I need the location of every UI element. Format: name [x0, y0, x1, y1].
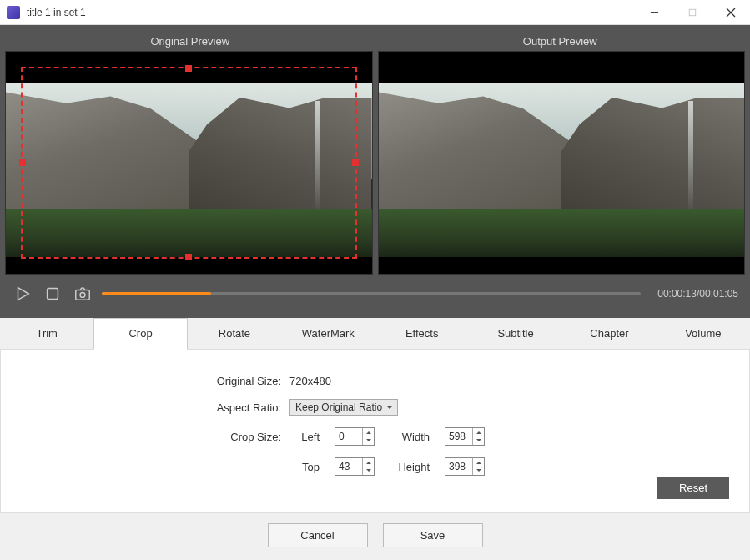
cancel-button[interactable]: Cancel: [268, 523, 368, 547]
tab-watermark[interactable]: WaterMark: [281, 318, 375, 349]
tab-crop[interactable]: Crop: [93, 318, 187, 350]
width-input[interactable]: 598: [445, 427, 485, 446]
snapshot-button[interactable]: [72, 283, 93, 305]
crop-handle-top[interactable]: [185, 65, 192, 72]
tab-volume[interactable]: Volume: [657, 318, 750, 349]
window-buttons: [635, 0, 750, 25]
tabs: Trim Crop Rotate WaterMark Effects Subti…: [0, 318, 750, 350]
output-preview-label: Output Preview: [375, 30, 746, 51]
svg-rect-1: [689, 9, 696, 16]
close-button[interactable]: [712, 0, 750, 25]
save-button[interactable]: Save: [383, 523, 483, 547]
reset-button[interactable]: Reset: [657, 477, 729, 499]
timecode: 00:00:13/00:01:05: [657, 288, 738, 300]
svg-point-7: [80, 292, 85, 297]
window-title: title 1 in set 1: [27, 7, 635, 18]
svg-rect-6: [76, 290, 90, 300]
tab-effects[interactable]: Effects: [375, 318, 469, 349]
svg-rect-5: [48, 289, 58, 300]
footer: Cancel Save: [0, 513, 750, 557]
output-preview: [378, 51, 746, 275]
timeline-progress: [102, 292, 211, 295]
maximize-button[interactable]: [673, 0, 712, 25]
tab-rotate[interactable]: Rotate: [188, 318, 281, 349]
top-input[interactable]: 43: [335, 457, 375, 476]
aspect-ratio-label: Aspect Ratio:: [14, 401, 289, 414]
video-frame: [379, 83, 745, 257]
left-spinner[interactable]: [362, 428, 374, 445]
preview-area: Original Preview Output Preview: [0, 25, 750, 318]
video-frame: [6, 83, 372, 257]
height-input[interactable]: 398: [445, 457, 485, 476]
tab-chapter[interactable]: Chapter: [562, 318, 656, 349]
original-size-label: Original Size:: [14, 375, 289, 387]
height-spinner[interactable]: [472, 458, 484, 475]
crop-panel: Original Size: 720x480 Aspect Ratio: Kee…: [0, 350, 750, 513]
timeline[interactable]: [102, 292, 641, 295]
top-spinner[interactable]: [362, 458, 374, 475]
original-preview-label: Original Preview: [5, 30, 375, 51]
minimize-button[interactable]: [635, 0, 673, 25]
tab-trim[interactable]: Trim: [0, 318, 93, 349]
titlebar: title 1 in set 1: [0, 0, 750, 25]
aspect-ratio-select[interactable]: Keep Original Ratio: [289, 399, 398, 416]
height-label: Height: [390, 461, 430, 473]
play-button[interactable]: [12, 283, 33, 305]
crop-size-label: Crop Size:: [14, 431, 289, 443]
stop-button[interactable]: [42, 283, 63, 305]
top-label: Top: [289, 461, 320, 473]
player-controls: 00:00:13/00:01:05: [5, 275, 745, 310]
svg-marker-4: [18, 288, 29, 300]
left-label: Left: [289, 431, 320, 443]
left-input[interactable]: 0: [335, 427, 375, 446]
original-size-value: 720x480: [289, 375, 331, 387]
tab-subtitle[interactable]: Subtitle: [469, 318, 562, 349]
original-preview[interactable]: [5, 51, 373, 275]
width-label: Width: [390, 431, 430, 443]
app-icon: [7, 6, 20, 19]
width-spinner[interactable]: [472, 428, 484, 445]
